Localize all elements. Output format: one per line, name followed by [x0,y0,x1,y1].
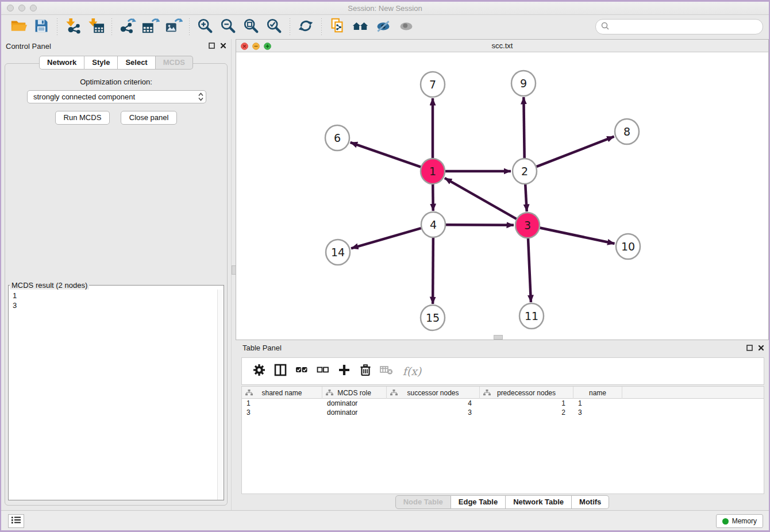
zoom-in-button[interactable] [195,17,215,37]
run-mcds-button[interactable]: Run MCDS [55,111,110,125]
task-history-button[interactable] [8,514,24,528]
result-scrollbar[interactable] [217,290,224,500]
table-cell[interactable]: 3 [242,408,322,417]
export-image-button[interactable] [164,17,183,37]
table-cell[interactable]: 3 [387,408,480,417]
zoom-selected-button[interactable] [264,17,284,37]
edge-3-10[interactable] [540,228,615,244]
node-1[interactable]: 1 [421,159,445,184]
node-15[interactable]: 15 [421,305,445,330]
node-10[interactable]: 10 [616,234,640,259]
hide-selected-button[interactable] [374,17,393,37]
edge-2-8[interactable] [537,137,614,167]
import-table-button[interactable] [86,17,106,37]
search-box[interactable] [595,19,763,34]
result-line: 1 [13,291,217,300]
table-toolbar: f(x) [241,357,764,385]
panel-splitter[interactable] [231,39,236,510]
table-header-row: shared nameMCDS rolesuccessor nodesprede… [242,387,764,399]
split-columns-button[interactable] [272,363,289,380]
table-cell[interactable]: 2 [480,408,573,417]
search-input[interactable] [612,21,763,33]
delete-table-button [378,363,395,380]
edge-4-15[interactable] [433,237,433,304]
node-3[interactable]: 3 [515,213,540,238]
close-panel-action-button[interactable]: Close panel [121,111,178,125]
table-tab-edge-table[interactable]: Edge Table [451,495,506,509]
delete-column-button[interactable] [357,363,374,380]
node-8[interactable]: 8 [615,119,639,144]
close-panel-button[interactable] [220,43,226,49]
column-header-successor-nodes[interactable]: successor nodes [387,387,480,399]
memory-button[interactable]: Memory [716,514,763,528]
column-header-shared-name[interactable]: shared name [242,387,322,399]
network-view-window: scc.txt 1234678910111415 [236,39,769,340]
mcds-result-box: MCDS result (2 nodes) 13 [8,281,224,500]
tab-select[interactable]: Select [118,56,155,70]
export-table-button[interactable] [141,17,160,37]
deselect-all-columns-button[interactable] [314,363,332,380]
canvas-resize-grip[interactable] [494,335,503,340]
edge-3-1[interactable] [445,178,517,219]
column-header-MCDS-role[interactable]: MCDS role [322,387,387,399]
tab-network[interactable]: Network [39,56,84,70]
column-header-name[interactable]: name [573,387,622,399]
node-9[interactable]: 9 [511,71,536,96]
home-layout-button[interactable] [351,17,370,37]
tab-style[interactable]: Style [84,56,118,70]
network-window-titlebar: scc.txt [236,40,768,52]
network-canvas[interactable]: 1234678910111415 [236,52,768,340]
save-floppy-icon [33,18,49,36]
edge-3-11[interactable] [528,238,531,302]
table-close-button[interactable] [758,345,764,351]
table-cell[interactable]: 1 [242,399,322,408]
table-tab-motifs[interactable]: Motifs [572,495,609,509]
edge-1-4[interactable] [433,184,433,211]
add-column-button[interactable] [336,363,353,380]
table-cell[interactable]: dominator [322,408,387,417]
node-table: shared nameMCDS rolesuccessor nodesprede… [241,386,764,494]
refresh-view-button[interactable] [296,17,315,37]
edge-4-14[interactable] [351,228,421,248]
import-network-button[interactable] [63,17,83,37]
search-icon [601,22,609,32]
tab-mcds: MCDS [156,56,193,70]
table-float-button[interactable] [746,345,753,351]
mcds-result-list[interactable]: 13 [9,290,217,500]
show-all-button[interactable] [396,17,416,37]
edge-2-3[interactable] [525,184,527,211]
node-label: 1 [429,165,436,178]
export-network-button[interactable] [118,17,137,37]
table-tab-network-table[interactable]: Network Table [506,495,572,509]
network-window-title: scc.txt [236,41,768,50]
column-header-predecessor-nodes[interactable]: predecessor nodes [480,387,573,399]
save-session-button[interactable] [32,17,51,37]
select-all-columns-button[interactable] [293,363,310,380]
control-panel: Control Panel NetworkStyleSelectMCDS Opt… [1,39,231,510]
column-header-label: MCDS role [337,389,371,397]
node-2[interactable]: 2 [513,159,537,184]
node-6[interactable]: 6 [325,125,349,151]
edge-1-6[interactable] [351,142,421,167]
copy-network-button[interactable] [328,17,347,37]
table-cell[interactable]: 1 [480,399,573,408]
table-row[interactable]: 1dominator411 [242,399,764,408]
criterion-select[interactable]: strongly connected component [27,90,206,103]
table-settings-button[interactable] [251,363,268,380]
node-7[interactable]: 7 [421,72,445,97]
table-cell[interactable]: 3 [573,408,622,417]
zoom-fit-button[interactable] [241,17,261,37]
table-tabs: Node TableEdge TableNetwork TableMotifs [236,495,769,509]
zoom-out-button[interactable] [218,17,238,37]
table-cell[interactable]: 4 [387,399,480,408]
table-cell[interactable]: 1 [573,399,622,408]
node-4[interactable]: 4 [421,212,445,237]
edge-2-9[interactable] [523,97,524,159]
table-cell[interactable]: dominator [322,399,387,408]
open-session-button[interactable] [9,17,28,37]
node-11[interactable]: 11 [519,303,544,329]
node-14[interactable]: 14 [326,240,350,265]
edge-4-3[interactable] [446,225,514,225]
float-panel-button[interactable] [209,43,215,49]
table-row[interactable]: 3dominator323 [242,408,764,417]
